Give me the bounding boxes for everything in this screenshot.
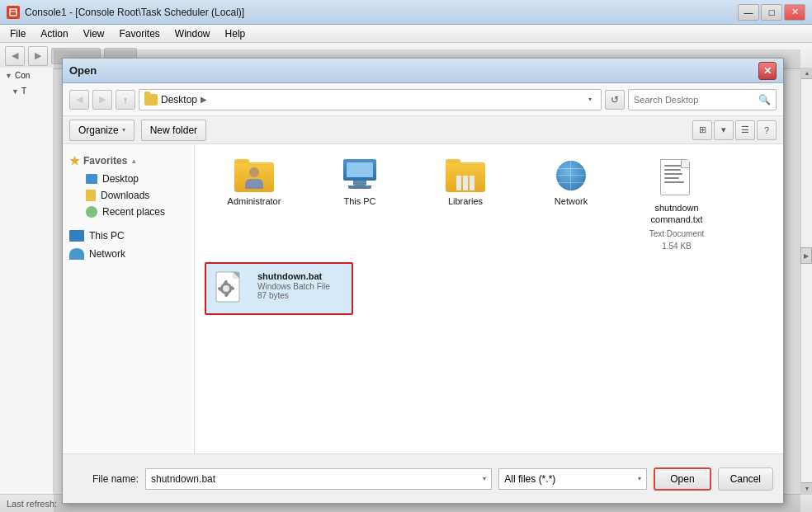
cancel-button-label: Cancel [730,473,761,485]
dialog-toolbar: ◀ ▶ ↑ Desktop ▶ ▾ ↺ 🔍 [63,83,783,116]
menu-window[interactable]: Window [168,26,217,41]
menu-view[interactable]: View [77,26,111,41]
file-item-libraries[interactable]: Libraries [416,154,515,256]
nav-recent[interactable]: Recent places [63,204,194,220]
organize-arrow: ▾ [122,126,125,134]
svg-point-6 [223,285,229,292]
lib-overlay [456,176,474,190]
minimize-button[interactable]: — [738,4,759,21]
file-item-bat[interactable]: shutndown.bat Windows Batch File 87 byte… [205,262,353,315]
app-icon [7,6,20,19]
menu-action[interactable]: Action [34,26,74,41]
dialog-up-button[interactable]: ↑ [116,90,135,110]
dialog-close-button[interactable]: ✕ [758,62,777,80]
address-arrow-icon: ▶ [201,95,207,104]
folder-body [234,162,274,192]
title-bar-buttons: — □ ✕ [738,4,805,21]
scroll-up-arrow[interactable]: ▲ [801,68,812,79]
main-window: Console1 - [Console Root\Task Scheduler … [0,0,812,512]
menu-help[interactable]: Help [219,26,253,41]
dialog-title: Open [69,64,97,77]
side-expand-arrow[interactable]: ▶ [800,247,812,264]
txt-icon-wrapper [660,159,693,199]
menu-file[interactable]: File [3,26,32,41]
title-bar-left: Console1 - [Console Root\Task Scheduler … [7,6,244,19]
maximize-button[interactable]: □ [761,4,782,21]
filename-input[interactable]: shutndown.bat ▾ [145,468,492,490]
favorites-header[interactable]: ★ Favorites ▲ [63,151,194,171]
downloads-label: Downloads [101,190,149,201]
filename-dropdown-arrow[interactable]: ▾ [483,475,486,482]
lib-bar-2 [463,176,468,190]
favorites-star-icon: ★ [69,154,80,167]
person-overlay [243,167,266,190]
favorites-arrow-icon: ▲ [130,157,137,165]
cancel-button[interactable]: Cancel [718,467,773,491]
dialog-forward-button[interactable]: ▶ [92,90,112,110]
menu-favorites[interactable]: Favorites [113,26,167,41]
view-dropdown-button[interactable]: ▾ [714,120,734,140]
file-item-thispc[interactable]: This PC [310,154,409,256]
address-folder-icon [144,94,158,106]
nav-divider [63,220,194,227]
search-icon[interactable]: 🔍 [758,94,771,106]
nav-desktop[interactable]: Desktop [63,171,194,187]
open-button-label: Open [670,473,694,485]
dialog-bottom: File name: shutndown.bat ▾ All files (*.… [63,453,783,503]
globe-line-h2 [556,168,586,169]
forward-button[interactable]: ▶ [28,46,48,66]
status-text: Last refresh: [7,499,57,509]
close-button[interactable]: ✕ [784,4,805,21]
address-dropdown-arrow[interactable]: ▾ [584,94,596,106]
scroll-down-arrow[interactable]: ▼ [801,482,812,494]
open-dialog: Open ✕ ◀ ▶ ↑ Desktop ▶ ▾ ↺ 🔍 [62,58,784,504]
globe-line-h3 [556,182,586,183]
filetype-select[interactable]: All files (*.*) ▾ [498,468,647,490]
dialog-action-bar: Organize ▾ New folder ⊞ ▾ ☰ ? [63,116,783,144]
globe-line-v [570,161,571,190]
tree-console: ▼ Con [0,68,53,83]
nav-downloads[interactable]: Downloads [63,187,194,204]
txt-file-icon [660,159,690,195]
back-button[interactable]: ◀ [5,46,25,66]
file-item-network[interactable]: Network [522,154,621,256]
file-item-txt[interactable]: shutndown command.txt Text Document 1.54… [627,154,726,256]
organize-button[interactable]: Organize ▾ [69,120,135,141]
dialog-back-button[interactable]: ◀ [69,90,89,110]
view-grid-button[interactable]: ⊞ [692,120,712,140]
view-help-button[interactable]: ? [757,120,777,140]
network-nav-icon [69,248,84,260]
open-button[interactable]: Open [654,467,710,491]
nav-thispc[interactable]: This PC [63,227,194,245]
thispc-file-label: This PC [343,195,375,207]
network-icon-lg [551,159,591,192]
bat-file-type: Windows Batch File [257,282,330,291]
person-body-icon [245,179,263,189]
libraries-folder-icon [446,159,485,192]
lib-bars-icon [456,176,474,190]
txt-fold [681,160,689,168]
new-folder-button[interactable]: New folder [141,120,206,141]
search-box[interactable]: 🔍 [628,89,777,110]
txt-line-5 [664,181,684,183]
left-tree-panel: ▼ Con ▼ T [0,68,54,494]
thispc-icon-lg [340,159,380,192]
view-list-button[interactable]: ☰ [735,120,755,140]
desktop-icon [86,174,97,184]
nav-network[interactable]: Network [63,245,194,263]
refresh-button[interactable]: ↺ [605,90,625,110]
downloads-icon [86,190,96,201]
monitor-screen [347,162,373,177]
desktop-label: Desktop [102,173,139,185]
address-bar[interactable]: Desktop ▶ ▾ [139,89,602,110]
bat-file-name: shutndown.bat [257,270,330,282]
txt-line-2 [664,169,681,171]
filetype-value: All files (*.*) [504,473,555,485]
recent-label: Recent places [102,206,165,218]
tree-taskscheduler: ▼ T [0,83,53,99]
file-item-administrator[interactable]: Administrator [205,154,304,256]
dialog-overlay: Open ✕ ◀ ▶ ↑ Desktop ▶ ▾ ↺ 🔍 [54,49,800,512]
search-input[interactable] [634,95,755,105]
file-area: Administrator This PC [195,144,783,453]
monitor-base [348,186,371,189]
